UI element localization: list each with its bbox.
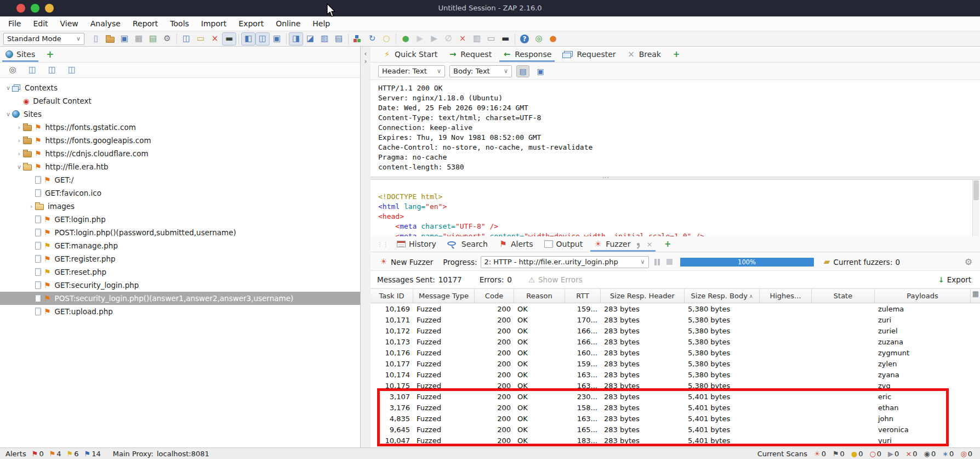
tree-item[interactable]: ⚑GET:login.php xyxy=(0,213,360,226)
help-button[interactable]: ? xyxy=(517,32,532,46)
expander-icon[interactable]: ∨ xyxy=(4,84,12,92)
open-session-button[interactable] xyxy=(103,32,117,46)
add-tab-button[interactable]: + xyxy=(41,47,59,62)
persist-session-button[interactable]: ▣ xyxy=(117,32,132,46)
create-context-button[interactable]: ◫ xyxy=(25,64,39,77)
expander-icon[interactable]: › xyxy=(27,203,35,210)
tab-sites[interactable]: Sites xyxy=(0,47,41,62)
scrollbar-thumb[interactable] xyxy=(973,180,979,200)
table-row[interactable]: 3,176Fuzzed200OK158...283 bytes5,401 byt… xyxy=(371,402,980,413)
mode-select[interactable]: Standard Mode ∨ xyxy=(3,33,84,45)
tree-item[interactable]: ∨⚑http://file.era.htb xyxy=(0,160,360,173)
script-console-button[interactable]: ▬ xyxy=(222,32,236,46)
export-button[interactable]: ↓ Export xyxy=(938,275,971,284)
tab-request[interactable]: →Request xyxy=(443,47,497,62)
tape-button[interactable]: ▭ xyxy=(484,32,498,46)
tree-item[interactable]: ⚑POST:login.php()(password,submitted,use… xyxy=(0,226,360,239)
tree-item[interactable]: ›⚑https://cdnjs.cloudflare.com xyxy=(0,147,360,160)
column-header-state[interactable]: State xyxy=(812,289,875,303)
import-context-button[interactable]: ◫ xyxy=(45,64,59,77)
column-header-reason[interactable]: Reason xyxy=(514,289,565,303)
show-errors-button[interactable]: Show Errors xyxy=(538,275,583,284)
scroll-tabs-left-icon[interactable]: ‹ xyxy=(361,50,371,58)
tree-item[interactable]: ⚑GET:/ xyxy=(0,173,360,186)
table-row[interactable]: 10,171Fuzzed200OK170...283 bytes5,380 by… xyxy=(371,314,980,325)
expander-icon[interactable]: ∨ xyxy=(15,163,23,171)
stop-fuzzer-button[interactable] xyxy=(666,259,673,265)
table-row[interactable]: 10,174Fuzzed200OK163...283 bytes5,380 by… xyxy=(371,369,980,380)
session-properties-button[interactable]: ▭ xyxy=(193,32,208,46)
column-header-payloads[interactable]: Payloads xyxy=(875,289,971,303)
tab-break[interactable]: ×Break xyxy=(622,47,666,62)
info-risk-flag-icon[interactable]: ⚑ xyxy=(84,450,91,458)
column-header-task-id[interactable]: Task ID xyxy=(371,289,413,303)
table-row[interactable]: 10,173Fuzzed200OK166...283 bytes5,380 by… xyxy=(371,336,980,347)
hints-lightbulb-button[interactable]: ○ xyxy=(379,32,394,46)
manage-addons-button[interactable] xyxy=(351,32,365,46)
fuzzer-options-gear-icon[interactable]: ⚙ xyxy=(965,257,972,267)
layout-split-button[interactable]: ◪ xyxy=(303,32,317,46)
add-tab-button[interactable]: + xyxy=(666,47,686,62)
record-button[interactable]: ● xyxy=(398,32,413,46)
tab-response[interactable]: ←Response xyxy=(497,47,557,62)
tab-fuzzer[interactable]: ☀Fuzzer× xyxy=(588,236,658,252)
tree-item[interactable]: ›images xyxy=(0,200,360,213)
response-header-text[interactable]: HTTP/1.1 200 OKServer: nginx/1.18.0 (Ubu… xyxy=(371,80,980,177)
column-header-size-resp-header[interactable]: Size Resp. Header xyxy=(601,289,685,303)
continue-button[interactable]: ▶ xyxy=(427,32,441,46)
tab-output[interactable]: Output xyxy=(539,236,589,252)
target-filter-button[interactable]: ◎ xyxy=(5,64,20,77)
table-row[interactable]: 10,047Fuzzed200OK183...283 bytes5,401 by… xyxy=(371,435,980,446)
stop-button[interactable]: ∅ xyxy=(441,32,455,46)
table-row[interactable]: 10,175Fuzzed200OK163...283 bytes5,380 by… xyxy=(371,380,980,391)
menu-export[interactable]: Export xyxy=(232,16,270,31)
scroll-tabs-right-icon[interactable]: › xyxy=(361,58,371,65)
menu-report[interactable]: Report xyxy=(127,16,164,31)
column-header-size-resp-body[interactable]: Size Resp. Body∧ xyxy=(685,289,760,303)
expander-icon[interactable]: › xyxy=(15,137,23,144)
column-settings-button[interactable]: ▦ xyxy=(972,290,979,298)
high-risk-flag-icon[interactable]: ⚑ xyxy=(32,450,38,458)
combined-view-button[interactable]: ▣ xyxy=(534,65,547,77)
discard-session-button[interactable]: × xyxy=(208,32,222,46)
column-header-message-type[interactable]: Message Type xyxy=(413,289,475,303)
column-header-code[interactable]: Code xyxy=(475,289,514,303)
fuzzer-progress-select[interactable]: 2: HTTP - http://file.er..urity_login.ph… xyxy=(481,256,649,268)
tree-item[interactable]: ⚑GET:upload.php xyxy=(0,305,360,318)
tab-alerts[interactable]: ⚑Alerts xyxy=(493,236,539,252)
step-button[interactable]: ▶ xyxy=(413,32,427,46)
tab-history[interactable]: History xyxy=(391,236,442,252)
tree-item[interactable]: ⚑POST:security_login.php()(answer1,answe… xyxy=(0,292,360,305)
drag-grip-icon[interactable]: ⋮⋮ xyxy=(377,241,389,247)
layout-maximize-button[interactable]: ◧ xyxy=(241,32,255,46)
cassette-button[interactable]: ▬ xyxy=(498,32,512,46)
generate-report-button[interactable]: ▤ xyxy=(146,32,160,46)
tree-item[interactable]: ›⚑https://fonts.googleapis.com xyxy=(0,134,360,147)
tree-item[interactable]: ⚑GET:register.php xyxy=(0,252,360,265)
filter-sliders-button[interactable]: ▥ xyxy=(470,32,484,46)
body-view-select[interactable]: Body: Text ∨ xyxy=(449,65,512,77)
menu-view[interactable]: View xyxy=(54,16,84,31)
expander-icon[interactable]: ∨ xyxy=(4,111,12,118)
tree-item[interactable]: ›⚑https://fonts.gstatic.com xyxy=(0,121,360,134)
expander-icon[interactable]: › xyxy=(15,124,23,131)
menu-edit[interactable]: Edit xyxy=(27,16,54,31)
export-context-button[interactable]: ◫ xyxy=(65,64,79,77)
check-updates-button[interactable]: ↻ xyxy=(365,32,379,46)
layout-rows-button[interactable]: ▤ xyxy=(332,32,346,46)
low-risk-flag-icon[interactable]: ⚑ xyxy=(67,450,73,458)
panel-splitter[interactable]: ‹ › xyxy=(361,47,371,447)
tab-quick-start[interactable]: ⚡Quick Start xyxy=(377,47,443,62)
table-row[interactable]: 4,835Fuzzed200OK163...283 bytes5,401 byt… xyxy=(371,413,980,424)
column-header-highes-[interactable]: Highes... xyxy=(760,289,812,303)
tree-item[interactable]: ∨Sites xyxy=(0,107,360,121)
tree-item[interactable]: ∨Contexts xyxy=(0,81,360,94)
response-scrollbar[interactable] xyxy=(972,180,979,236)
close-tab-icon[interactable]: × xyxy=(646,240,652,248)
table-row[interactable]: 9,645Fuzzed200OK165...283 bytes5,401 byt… xyxy=(371,424,980,435)
session-snapshot-button[interactable]: ▦ xyxy=(132,32,146,46)
table-row[interactable]: 10,169Fuzzed200OK159...283 bytes5,380 by… xyxy=(371,303,980,314)
tree-item[interactable]: ◉Default Context xyxy=(0,94,360,107)
table-row[interactable]: 10,172Fuzzed200OK166...283 bytes5,380 by… xyxy=(371,325,980,336)
launch-browser-button[interactable]: ● xyxy=(546,32,560,46)
